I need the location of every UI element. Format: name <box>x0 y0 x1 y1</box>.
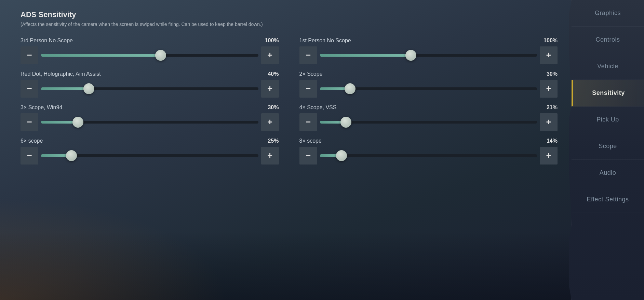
slider-track-red-dot <box>41 87 258 90</box>
slider-thumb-2x-scope[interactable] <box>345 83 355 94</box>
slider-track-container-red-dot[interactable] <box>41 80 258 98</box>
slider-minus-3x-scope[interactable]: − <box>21 113 38 131</box>
slider-group-3rd-person-no-scope: 3rd Person No Scope 100% − + <box>21 38 279 64</box>
slider-label-row-4x-scope-vss: 4× Scope, VSS 21% <box>299 104 558 111</box>
slider-track-3x-scope <box>41 121 258 124</box>
slider-thumb-8x-scope[interactable] <box>336 150 347 161</box>
slider-group-3x-scope: 3× Scope, Win94 30% − + <box>21 104 279 131</box>
slider-thumb-1st-person-no-scope[interactable] <box>405 50 416 61</box>
slider-label-1st-person-no-scope: 1st Person No Scope <box>299 38 351 44</box>
slider-minus-4x-scope-vss[interactable]: − <box>299 113 317 131</box>
sidebar-item-effect-settings[interactable]: Effect Settings <box>572 186 644 213</box>
slider-fill-3rd-person-no-scope <box>41 54 161 57</box>
slider-group-8x-scope: 8× scope 14% − + <box>299 138 558 165</box>
slider-minus-8x-scope[interactable]: − <box>299 147 317 165</box>
slider-row-3x-scope: − + <box>21 113 279 131</box>
slider-group-6x-scope: 6× scope 25% − + <box>21 138 279 165</box>
slider-track-container-3x-scope[interactable] <box>41 113 258 131</box>
main-content: ADS Sensitivity (Affects the sensitivity… <box>0 0 571 300</box>
section-title: ADS Sensitivity <box>21 10 558 19</box>
sliders-grid: 3rd Person No Scope 100% − + 1st Person … <box>21 38 558 171</box>
slider-thumb-6x-scope[interactable] <box>66 150 77 161</box>
slider-label-row-3rd-person-no-scope: 3rd Person No Scope 100% <box>21 38 279 44</box>
slider-row-3rd-person-no-scope: − + <box>21 46 279 64</box>
slider-thumb-4x-scope-vss[interactable] <box>340 117 351 128</box>
slider-track-8x-scope <box>320 154 537 157</box>
slider-row-red-dot: − + <box>21 80 279 98</box>
slider-label-4x-scope-vss: 4× Scope, VSS <box>299 104 337 111</box>
slider-track-2x-scope <box>320 87 537 90</box>
slider-fill-red-dot <box>41 87 89 90</box>
slider-label-row-red-dot: Red Dot, Holographic, Aim Assist 40% <box>21 71 279 77</box>
slider-thumb-red-dot[interactable] <box>83 83 94 94</box>
slider-thumb-3rd-person-no-scope[interactable] <box>155 50 166 61</box>
slider-label-row-8x-scope: 8× scope 14% <box>299 138 558 144</box>
slider-label-6x-scope: 6× scope <box>21 138 43 144</box>
slider-track-3rd-person-no-scope <box>41 54 258 57</box>
slider-label-row-1st-person-no-scope: 1st Person No Scope 100% <box>299 38 558 44</box>
slider-group-2x-scope: 2× Scope 30% − + <box>299 71 558 98</box>
slider-row-6x-scope: − + <box>21 147 279 165</box>
slider-track-4x-scope-vss <box>320 121 537 124</box>
slider-plus-6x-scope[interactable]: + <box>261 147 279 165</box>
sidebar-item-audio[interactable]: Audio <box>572 160 644 186</box>
slider-minus-3rd-person-no-scope[interactable]: − <box>21 46 38 64</box>
slider-plus-1st-person-no-scope[interactable]: + <box>540 46 558 64</box>
sidebar-item-scope[interactable]: Scope <box>572 133 644 160</box>
slider-plus-3rd-person-no-scope[interactable]: + <box>261 46 279 64</box>
sidebar: GraphicsControlsVehicleSensitivityPick U… <box>571 0 644 300</box>
slider-plus-red-dot[interactable]: + <box>261 80 279 98</box>
slider-minus-6x-scope[interactable]: − <box>21 147 38 165</box>
slider-group-4x-scope-vss: 4× Scope, VSS 21% − + <box>299 104 558 131</box>
slider-group-red-dot: Red Dot, Holographic, Aim Assist 40% − + <box>21 71 279 98</box>
slider-track-container-4x-scope-vss[interactable] <box>320 113 537 131</box>
slider-label-3rd-person-no-scope: 3rd Person No Scope <box>21 38 73 44</box>
sidebar-item-graphics[interactable]: Graphics <box>572 0 644 27</box>
slider-track-container-3rd-person-no-scope[interactable] <box>41 46 258 64</box>
slider-minus-red-dot[interactable]: − <box>21 80 38 98</box>
slider-track-1st-person-no-scope <box>320 54 537 57</box>
slider-value-4x-scope-vss: 21% <box>547 104 558 111</box>
slider-label-red-dot: Red Dot, Holographic, Aim Assist <box>21 71 101 77</box>
slider-value-3rd-person-no-scope: 100% <box>265 38 279 44</box>
slider-group-1st-person-no-scope: 1st Person No Scope 100% − + <box>299 38 558 64</box>
slider-thumb-3x-scope[interactable] <box>72 117 83 128</box>
slider-value-1st-person-no-scope: 100% <box>544 38 558 44</box>
sidebar-item-sensitivity[interactable]: Sensitivity <box>572 80 644 106</box>
section-description: (Affects the sensitivity of the camera w… <box>21 21 558 28</box>
slider-plus-2x-scope[interactable]: + <box>540 80 558 98</box>
slider-value-8x-scope: 14% <box>547 138 558 144</box>
slider-track-6x-scope <box>41 154 258 157</box>
slider-value-6x-scope: 25% <box>268 138 279 144</box>
sidebar-item-controls[interactable]: Controls <box>572 27 644 53</box>
slider-label-row-3x-scope: 3× Scope, Win94 30% <box>21 104 279 111</box>
slider-minus-1st-person-no-scope[interactable]: − <box>299 46 317 64</box>
slider-label-2x-scope: 2× Scope <box>299 71 323 77</box>
slider-value-2x-scope: 30% <box>547 71 558 77</box>
slider-track-container-8x-scope[interactable] <box>320 147 537 165</box>
slider-label-row-2x-scope: 2× Scope 30% <box>299 71 558 77</box>
slider-value-3x-scope: 30% <box>268 104 279 111</box>
slider-track-container-6x-scope[interactable] <box>41 147 258 165</box>
slider-plus-4x-scope-vss[interactable]: + <box>540 113 558 131</box>
slider-label-8x-scope: 8× scope <box>299 138 322 144</box>
slider-plus-8x-scope[interactable]: + <box>540 147 558 165</box>
slider-track-container-1st-person-no-scope[interactable] <box>320 46 537 64</box>
sidebar-item-pickup[interactable]: Pick Up <box>572 106 644 133</box>
slider-track-container-2x-scope[interactable] <box>320 80 537 98</box>
slider-fill-1st-person-no-scope <box>320 54 411 57</box>
slider-value-red-dot: 40% <box>268 71 279 77</box>
sidebar-item-vehicle[interactable]: Vehicle <box>572 53 644 80</box>
slider-row-1st-person-no-scope: − + <box>299 46 558 64</box>
slider-row-2x-scope: − + <box>299 80 558 98</box>
slider-label-3x-scope: 3× Scope, Win94 <box>21 104 62 111</box>
slider-row-8x-scope: − + <box>299 147 558 165</box>
slider-label-row-6x-scope: 6× scope 25% <box>21 138 279 144</box>
slider-minus-2x-scope[interactable]: − <box>299 80 317 98</box>
slider-row-4x-scope-vss: − + <box>299 113 558 131</box>
slider-plus-3x-scope[interactable]: + <box>261 113 279 131</box>
